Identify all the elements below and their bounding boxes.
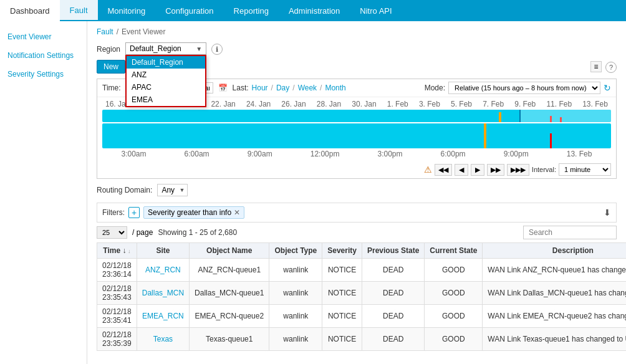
cell-object-name: ANZ_RCN-queue1	[190, 259, 269, 282]
timeline-overview-bar[interactable]	[102, 110, 611, 122]
sidebar-item-notification-settings[interactable]: Notification Settings	[0, 46, 87, 65]
cell-severity: NOTICE	[322, 259, 362, 282]
cell-severity: NOTICE	[322, 305, 362, 328]
interval-select[interactable]: 1 minute 5 minutes 15 minutes 1 hour	[559, 163, 611, 176]
new-button[interactable]: New	[97, 60, 125, 74]
page-info: Showing 1 - 25 of 2,680	[158, 228, 237, 237]
cell-description: WAN Link ANZ_RCN-queue1 has changed to U…	[483, 259, 626, 282]
cell-severity: NOTICE	[322, 328, 362, 351]
detail-spike-orange	[484, 123, 486, 148]
download-icon[interactable]: ⬇	[604, 208, 611, 218]
timeline-spike-orange	[499, 112, 501, 122]
col-description: Description	[483, 243, 626, 259]
col-severity: Severity	[322, 243, 362, 259]
top-navigation: DashboardFaultMonitoringConfigurationRep…	[0, 0, 626, 21]
cell-site[interactable]: ANZ_RCN	[137, 259, 189, 282]
cell-site[interactable]: Dallas_MCN	[137, 282, 189, 305]
timeline-prev-prev-button[interactable]: ◀◀	[435, 164, 452, 176]
cell-time: 02/12/1823:36:14	[97, 259, 137, 282]
routing-domain-select[interactable]: Any	[157, 184, 188, 196]
timeline-selected-region	[519, 110, 611, 122]
timeline-next-next-button[interactable]: ▶▶▶	[507, 164, 529, 176]
nav-item-dashboard[interactable]: Dashboard	[0, 0, 60, 21]
warning-icon: ⚠	[424, 165, 432, 175]
last-links: Last: Hour / Day / Week / Month	[233, 84, 346, 92]
nav-item-configuration[interactable]: Configuration	[155, 0, 223, 21]
cell-object-type: wanlink	[269, 259, 322, 282]
nav-item-reporting[interactable]: Reporting	[224, 0, 279, 21]
last-label: Last:	[233, 84, 249, 92]
cell-time: 02/12/1823:35:39	[97, 328, 137, 351]
col-prev-state: Previous State	[362, 243, 424, 259]
table-row: 02/12/1823:35:43 Dallas_MCN Dallas_MCN-q…	[97, 282, 627, 305]
time-label: Time:	[102, 84, 121, 92]
cell-curr-state: GOOD	[425, 282, 483, 305]
col-time[interactable]: Time ↓	[97, 243, 137, 259]
cell-curr-state: GOOD	[425, 259, 483, 282]
region-option-anz[interactable]: ANZ	[127, 69, 205, 81]
region-option-apac[interactable]: APAC	[127, 81, 205, 93]
help-icon[interactable]: ?	[605, 62, 617, 73]
nav-item-monitoring[interactable]: Monitoring	[98, 0, 156, 21]
breadcrumb-event-viewer: Event Viewer	[122, 27, 165, 36]
search-input[interactable]	[523, 226, 617, 239]
cell-object-name: EMEA_RCN-queue2	[190, 305, 269, 328]
mode-section: Mode: Relative (15 hours ago – 8 hours f…	[425, 82, 611, 94]
timeline-play-button[interactable]: ▶	[471, 164, 484, 176]
filter-chip-severity: Severity greater than info ✕	[143, 206, 244, 219]
region-select-button[interactable]: Default_Region ▼	[125, 42, 206, 55]
last-week-link[interactable]: Week	[298, 84, 317, 92]
routing-domain-label: Routing Domain:	[97, 186, 152, 194]
region-option-emea[interactable]: EMEA	[127, 93, 205, 106]
nav-item-nitro[interactable]: Nitro API	[350, 0, 402, 21]
timeline-detail-bar[interactable]	[102, 123, 611, 148]
last-day-link[interactable]: Day	[276, 84, 289, 92]
grid-view-button[interactable]: ≡	[590, 61, 602, 72]
nav-item-administration[interactable]: Administration	[279, 0, 350, 21]
cell-object-name: Dallas_MCN-queue1	[190, 282, 269, 305]
info-icon[interactable]: ℹ	[211, 44, 223, 55]
calendar-icon[interactable]: 📅	[218, 84, 228, 92]
filter-add-button[interactable]: +	[128, 207, 140, 218]
region-selected-value: Default_Region	[130, 44, 181, 53]
cell-object-type: wanlink	[269, 282, 322, 305]
table-row: 02/12/1823:36:14 ANZ_RCN ANZ_RCN-queue1 …	[97, 259, 627, 282]
region-label: Region	[97, 42, 120, 54]
timeline-detail-labels: 3:00am 6:00am 9:00am 12:00pm 3:00pm 6:00…	[102, 150, 611, 158]
mode-select[interactable]: Relative (15 hours ago – 8 hours from no…	[448, 82, 600, 94]
sidebar-item-severity-settings[interactable]: Severity Settings	[0, 65, 87, 84]
breadcrumb-fault[interactable]: Fault	[97, 27, 113, 36]
cell-prev-state: DEAD	[362, 282, 424, 305]
routing-domain-row: Routing Domain: Any	[97, 184, 617, 196]
timeline-next-button[interactable]: ▶▶	[487, 164, 504, 176]
cell-description: WAN Link Texas-queue1 has changed to UP	[483, 328, 626, 351]
cell-curr-state: GOOD	[425, 305, 483, 328]
timeline-prev-button[interactable]: ◀	[455, 164, 468, 176]
region-dropdown-container: Default_Region ▼ Default_Region ANZ APAC…	[125, 42, 206, 55]
cell-object-name: Texas-queue1	[190, 328, 269, 351]
filter-chip-remove[interactable]: ✕	[234, 208, 240, 217]
col-curr-state: Current State	[425, 243, 483, 259]
cell-object-type: wanlink	[269, 305, 322, 328]
region-row: Region Default_Region ▼ Default_Region A…	[97, 42, 617, 55]
detail-spike-red	[550, 133, 552, 148]
cell-prev-state: DEAD	[362, 305, 424, 328]
cell-object-type: wanlink	[269, 328, 322, 351]
mode-label: Mode:	[425, 84, 445, 92]
events-table: Time ↓ Site Object Name Object Type Seve…	[97, 242, 626, 351]
pagination-row: 25 50 100 / page Showing 1 - 25 of 2,680	[97, 226, 617, 239]
refresh-button[interactable]: ↻	[604, 83, 611, 93]
cell-description: WAN Link Dallas_MCN-queue1 has changed t…	[483, 282, 626, 305]
per-page-label: / page	[132, 228, 153, 237]
last-hour-link[interactable]: Hour	[252, 84, 268, 92]
cell-site[interactable]: Texas	[137, 328, 189, 351]
col-object-name: Object Name	[190, 243, 269, 259]
nav-item-fault[interactable]: Fault	[60, 0, 98, 21]
cell-site[interactable]: EMEA_RCN	[137, 305, 189, 328]
sidebar-item-event-viewer[interactable]: Event Viewer	[0, 27, 87, 46]
region-option-default[interactable]: Default_Region	[127, 56, 205, 69]
last-month-link[interactable]: Month	[325, 84, 345, 92]
per-page-select[interactable]: 25 50 100	[97, 226, 127, 239]
col-site: Site	[137, 243, 189, 259]
sidebar: Event ViewerNotification SettingsSeverit…	[0, 21, 87, 364]
